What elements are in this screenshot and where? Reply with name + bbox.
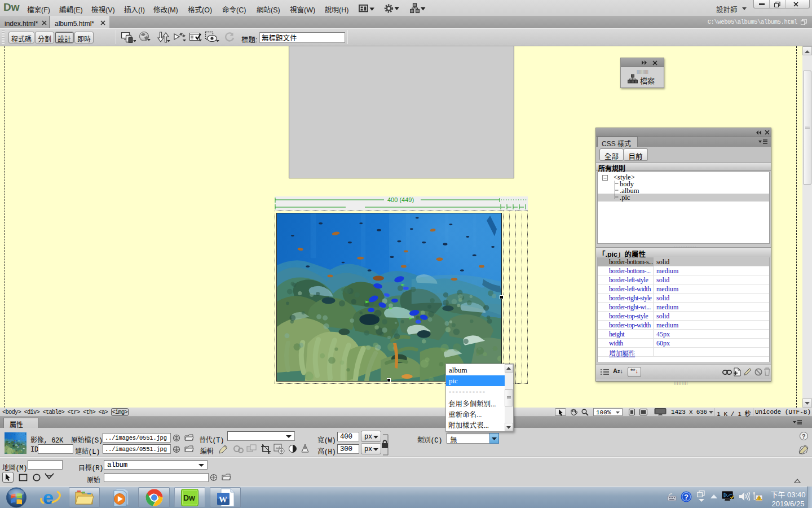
svg-text:e: e: [43, 488, 54, 507]
svg-text:Dw: Dw: [183, 493, 195, 502]
svg-text:W: W: [219, 495, 227, 504]
svg-text:?: ?: [802, 433, 805, 440]
svg-text:!: !: [758, 497, 760, 501]
svg-text:?: ?: [684, 493, 689, 501]
svg-text:400 (449): 400 (449): [387, 196, 414, 203]
